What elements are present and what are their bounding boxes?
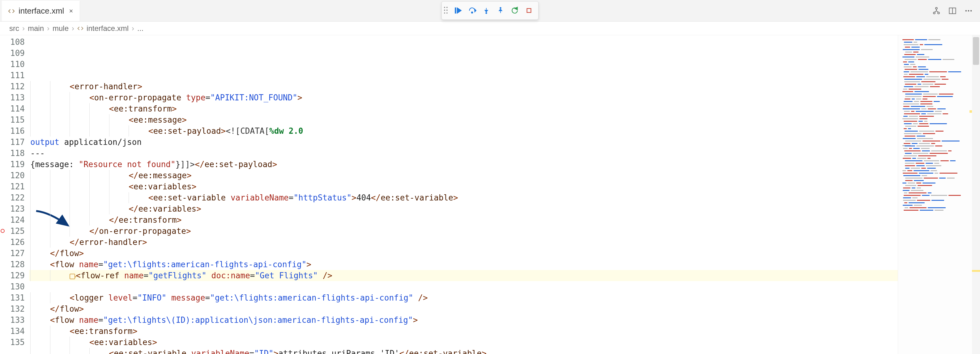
line-number: 135: [5, 337, 29, 348]
code-line[interactable]: </ee:variables>: [29, 203, 898, 214]
code-line[interactable]: <ee:transform>: [29, 103, 898, 114]
breadcrumb-item[interactable]: mule: [52, 24, 68, 33]
code-line[interactable]: <ee:variables>: [29, 181, 898, 192]
chevron-right-icon: ›: [47, 24, 49, 33]
breadcrumb-item[interactable]: interface.xml: [87, 24, 129, 33]
stop-button[interactable]: [523, 4, 535, 17]
breakpoint-gutter[interactable]: [0, 35, 5, 354]
step-out-button[interactable]: [494, 4, 507, 17]
continue-button[interactable]: [452, 4, 464, 17]
line-number: 123: [5, 203, 29, 214]
chevron-right-icon: ›: [132, 24, 134, 33]
line-number: 110: [5, 59, 29, 70]
scrollbar-mark: [972, 270, 980, 272]
code-line[interactable]: <flow name="get:\flights\(ID):applicatio…: [29, 314, 898, 325]
minimap[interactable]: [898, 35, 972, 354]
line-number: 119: [5, 159, 29, 170]
xml-file-icon: [8, 7, 16, 15]
svg-point-0: [444, 7, 445, 8]
code-line[interactable]: <flow name="get:\flights:american-flight…: [29, 259, 898, 270]
close-icon[interactable]: ×: [69, 7, 73, 15]
code-line[interactable]: <ee:set-payload><![CDATA[%dw 2.0: [29, 125, 898, 137]
line-number: 128: [5, 259, 29, 270]
svg-point-25: [970, 10, 972, 11]
line-number: 108: [5, 37, 29, 48]
svg-marker-7: [457, 8, 461, 13]
breadcrumb-item[interactable]: main: [28, 24, 44, 33]
code-line[interactable]: </ee:transform>: [29, 214, 898, 225]
code-line[interactable]: </error-handler>: [29, 237, 898, 248]
code-area[interactable]: <error-handler> <on-error-propagate type…: [29, 35, 898, 354]
line-number-column: 1081091101111121131141151161171181191201…: [5, 35, 29, 354]
split-editor-icon[interactable]: [947, 6, 958, 16]
breadcrumb-item[interactable]: src: [9, 24, 19, 33]
step-over-button[interactable]: [466, 4, 478, 17]
line-number: 121: [5, 181, 29, 192]
svg-point-18: [935, 7, 937, 9]
code-line[interactable]: <logger level="INFO" message="get:\fligh…: [29, 292, 898, 303]
svg-point-15: [500, 7, 501, 9]
scrollbar-thumb[interactable]: [973, 37, 979, 65]
tab-interface-xml[interactable]: interface.xml ×: [2, 1, 80, 21]
breadcrumb-item[interactable]: ...: [137, 24, 143, 33]
step-into-button[interactable]: [480, 4, 493, 17]
breakpoint-marker[interactable]: [1, 229, 5, 233]
debug-toolbar[interactable]: [441, 1, 539, 20]
line-number: 133: [5, 314, 29, 325]
line-number: 134: [5, 325, 29, 337]
vertical-scrollbar[interactable]: [972, 35, 980, 354]
line-number: 129: [5, 270, 29, 281]
svg-point-3: [446, 10, 448, 11]
svg-point-2: [444, 10, 445, 11]
line-number: 114: [5, 103, 29, 114]
svg-point-5: [446, 12, 448, 14]
restart-button[interactable]: [509, 4, 521, 17]
code-line[interactable]: <on-error-propagate type="APIKIT:NOT_FOU…: [29, 92, 898, 103]
code-line[interactable]: </flow>: [29, 303, 898, 314]
drag-grip-icon[interactable]: [444, 6, 449, 15]
code-line[interactable]: </flow>: [29, 248, 898, 259]
tab-strip: interface.xml ×: [0, 0, 80, 21]
line-number: 126: [5, 237, 29, 248]
svg-point-19: [933, 12, 935, 14]
svg-point-12: [486, 12, 487, 14]
code-line[interactable]: <ee:transform>: [29, 325, 898, 337]
svg-marker-14: [499, 9, 502, 11]
execution-marker-icon: [70, 274, 75, 279]
line-number: 124: [5, 214, 29, 225]
svg-point-1: [446, 7, 448, 8]
code-line[interactable]: ---: [29, 148, 898, 159]
code-line[interactable]: [29, 281, 898, 292]
line-number: 132: [5, 303, 29, 314]
code-line[interactable]: {message: "Resource not found"}]]></ee:s…: [29, 159, 898, 170]
minimap-highlight: [969, 110, 972, 113]
line-number: 117: [5, 137, 29, 148]
title-actions: [931, 0, 980, 21]
code-line[interactable]: </on-error-propagate>: [29, 225, 898, 237]
more-icon[interactable]: [963, 6, 974, 16]
chevron-right-icon: ›: [22, 24, 25, 33]
line-number: 125: [5, 225, 29, 237]
code-line[interactable]: </ee:message>: [29, 170, 898, 181]
svg-point-20: [938, 12, 940, 14]
title-bar: interface.xml ×: [0, 0, 980, 22]
code-line[interactable]: <ee:set-variable variableName="httpStatu…: [29, 192, 898, 203]
line-number: 131: [5, 292, 29, 303]
line-number: 127: [5, 248, 29, 259]
code-line[interactable]: <ee:message>: [29, 114, 898, 125]
line-number: 113: [5, 92, 29, 103]
code-line[interactable]: <error-handler>: [29, 81, 898, 92]
code-line[interactable]: output application/json: [29, 137, 898, 148]
line-number: 115: [5, 114, 29, 125]
breadcrumb: src › main › mule › interface.xml › ...: [0, 22, 980, 35]
code-line[interactable]: <ee:set-variable variableName="ID">attri…: [29, 348, 898, 354]
line-number: 111: [5, 70, 29, 81]
svg-point-9: [471, 12, 473, 13]
code-line[interactable]: <flow-ref name="getFlights" doc:name="Ge…: [29, 270, 898, 281]
line-number: 112: [5, 81, 29, 92]
code-line[interactable]: <ee:variables>: [29, 337, 898, 348]
xml-file-icon: [77, 25, 83, 32]
svg-point-4: [444, 12, 445, 14]
line-number: 118: [5, 148, 29, 159]
hierarchy-icon[interactable]: [931, 6, 942, 16]
